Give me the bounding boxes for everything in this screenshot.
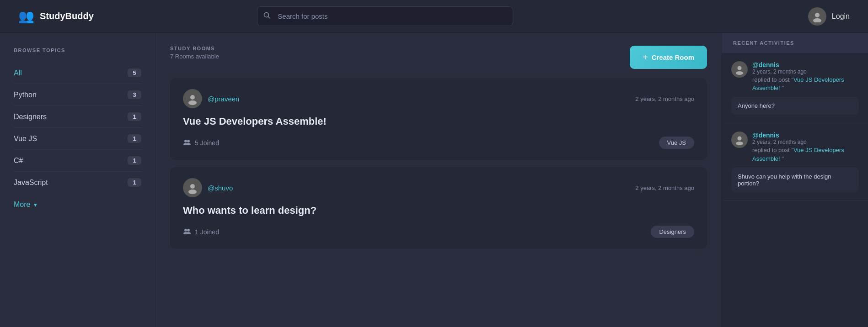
logo-area: 👥 StudyBuddy	[18, 9, 110, 24]
room-tag[interactable]: Vue JS	[659, 137, 694, 149]
joined-info: 5 Joined	[183, 139, 219, 147]
activities-list: @dennis 2 years, 2 months ago replied to…	[722, 53, 868, 201]
chevron-down-icon: ▾	[34, 201, 37, 208]
svg-point-12	[184, 229, 187, 232]
svg-point-3	[813, 18, 821, 22]
activity-time: 2 years, 2 months ago	[752, 139, 859, 145]
avatar	[183, 89, 202, 108]
topic-badge: 1	[128, 112, 141, 121]
logo-icon: 👥	[18, 9, 34, 24]
topic-label: Vue JS	[14, 135, 37, 143]
activity-item: @dennis 2 years, 2 months ago replied to…	[722, 123, 868, 200]
svg-point-16	[738, 66, 742, 70]
activity-time: 2 years, 2 months ago	[752, 69, 859, 75]
study-rooms-header: STUDY ROOMS 7 Rooms available + Create R…	[170, 46, 707, 69]
avatar	[808, 7, 826, 26]
activity-top: @dennis 2 years, 2 months ago replied to…	[731, 61, 859, 92]
app-header: 👥 StudyBuddy Login	[0, 0, 868, 33]
sidebar: BROWSE TOPICS All 5 Python 3 Designers 1…	[0, 33, 155, 327]
author-name[interactable]: @praveen	[208, 95, 239, 103]
svg-point-4	[190, 95, 195, 100]
activity-username[interactable]: @dennis	[752, 132, 859, 139]
sidebar-topic-item[interactable]: JavaScript 1	[14, 172, 141, 193]
activity-info: @dennis 2 years, 2 months ago replied to…	[752, 132, 859, 163]
activity-link[interactable]: Vue JS Developers Assemble!	[752, 76, 844, 91]
create-room-button[interactable]: + Create Room	[630, 46, 707, 69]
joined-info: 1 Joined	[183, 228, 219, 236]
topic-label: All	[14, 69, 22, 77]
joined-count: 1 Joined	[195, 228, 219, 236]
room-author: @praveen	[183, 89, 239, 108]
joined-count: 5 Joined	[195, 139, 219, 147]
logo-text: StudyBuddy	[40, 11, 94, 21]
login-button[interactable]: Login	[832, 12, 850, 21]
sidebar-topic-item[interactable]: Designers 1	[14, 106, 141, 128]
more-label: More	[14, 200, 30, 209]
activity-item: @dennis 2 years, 2 months ago replied to…	[722, 53, 868, 123]
svg-point-13	[187, 229, 190, 232]
activity-link[interactable]: Vue JS Developers Assemble!	[752, 147, 844, 162]
room-card: @shuvo 2 years, 2 months ago Who wants t…	[170, 167, 707, 249]
study-rooms-title: STUDY ROOMS	[170, 46, 219, 51]
topic-label: C#	[14, 157, 23, 165]
room-title: Who wants to learn design?	[183, 205, 694, 216]
activity-message: Shuvo can you help with the design porti…	[731, 168, 859, 192]
activity-avatar	[731, 132, 748, 148]
topic-badge: 5	[128, 69, 141, 77]
search-icon	[263, 12, 271, 21]
rooms-list: @praveen 2 years, 2 months ago Vue JS De…	[170, 78, 707, 249]
sidebar-topic-item[interactable]: All 5	[14, 62, 141, 84]
room-author: @shuvo	[183, 178, 233, 197]
topic-badge: 1	[128, 156, 141, 165]
rooms-available: 7 Rooms available	[170, 53, 219, 60]
topic-label: JavaScript	[14, 179, 48, 187]
sidebar-topic-item[interactable]: C# 1	[14, 150, 141, 172]
more-button[interactable]: More ▾	[14, 193, 37, 209]
topic-badge: 1	[128, 134, 141, 143]
create-room-label: Create Room	[652, 53, 694, 61]
main-layout: BROWSE TOPICS All 5 Python 3 Designers 1…	[0, 33, 868, 327]
right-sidebar: RECENT ACTIVITIES @dennis 2 years, 2 mon…	[722, 33, 868, 327]
room-card-header: @praveen 2 years, 2 months ago	[183, 89, 694, 108]
room-time: 2 years, 2 months ago	[635, 185, 694, 191]
topic-badge: 3	[128, 90, 141, 99]
plus-icon: +	[643, 52, 648, 63]
users-icon	[183, 228, 191, 236]
header-right: Login	[808, 7, 850, 26]
activity-message: Anyone here?	[731, 97, 859, 115]
recent-activities-title: RECENT ACTIVITIES	[722, 33, 868, 53]
room-time: 2 years, 2 months ago	[635, 95, 694, 102]
activity-avatar	[731, 61, 748, 78]
room-title: Vue JS Developers Assemble!	[183, 116, 694, 127]
svg-point-6	[184, 140, 187, 142]
svg-point-5	[188, 100, 197, 105]
svg-line-1	[268, 16, 270, 18]
topic-label: Python	[14, 91, 37, 99]
svg-point-17	[736, 71, 743, 75]
sidebar-topic-item[interactable]: Vue JS 1	[14, 128, 141, 150]
users-icon	[183, 139, 191, 147]
room-tag[interactable]: Designers	[651, 226, 694, 238]
svg-point-7	[187, 140, 190, 142]
room-card: @praveen 2 years, 2 months ago Vue JS De…	[170, 78, 707, 160]
activity-top: @dennis 2 years, 2 months ago replied to…	[731, 132, 859, 163]
search-input[interactable]	[257, 6, 513, 26]
activity-description: replied to post "Vue JS Developers Assem…	[752, 146, 859, 163]
sidebar-section-title: BROWSE TOPICS	[14, 47, 141, 53]
svg-point-2	[815, 13, 820, 17]
activity-username[interactable]: @dennis	[752, 61, 859, 69]
search-bar	[257, 6, 513, 26]
sidebar-topic-item[interactable]: Python 3	[14, 84, 141, 106]
study-rooms-info: STUDY ROOMS 7 Rooms available	[170, 46, 219, 60]
author-name[interactable]: @shuvo	[208, 184, 233, 192]
activity-info: @dennis 2 years, 2 months ago replied to…	[752, 61, 859, 92]
activity-description: replied to post "Vue JS Developers Assem…	[752, 76, 859, 92]
topic-badge: 1	[128, 178, 141, 187]
svg-point-11	[188, 190, 197, 194]
room-footer: 1 Joined Designers	[183, 226, 694, 238]
room-card-header: @shuvo 2 years, 2 months ago	[183, 178, 694, 197]
topics-list: All 5 Python 3 Designers 1 Vue JS 1 C# 1…	[14, 62, 141, 193]
avatar	[183, 178, 202, 197]
room-footer: 5 Joined Vue JS	[183, 137, 694, 149]
svg-point-18	[738, 137, 742, 141]
